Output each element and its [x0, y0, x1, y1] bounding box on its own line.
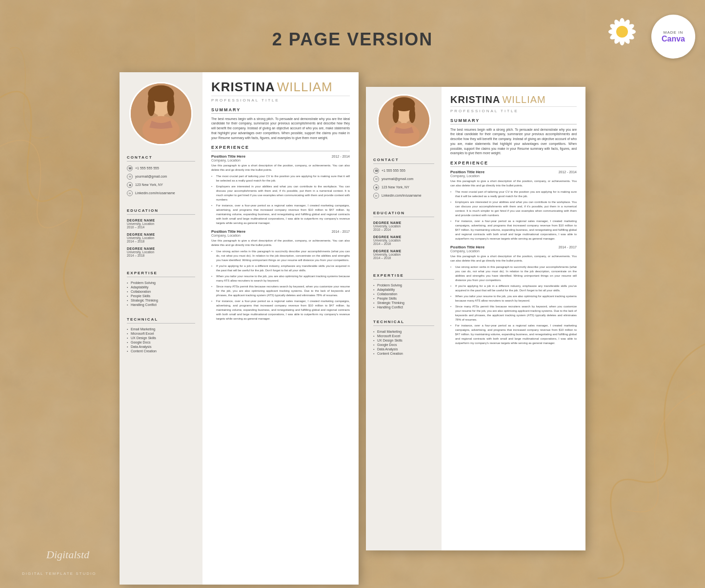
- contact-section-2: CONTACT ☎ +1 555 555 555 ✉ yourmail@gmai…: [366, 153, 442, 206]
- edu-years-2: 2014 – 2018: [127, 240, 195, 243]
- edu-item-2-3: DEGREE NAME University, Location 2014 – …: [373, 249, 434, 260]
- bullet-1-2: Employers are interested in your abiliti…: [211, 184, 350, 202]
- resume-sidebar-2: CONTACT ☎ +1 555 555 555 ✉ yourmail@gmai…: [366, 87, 442, 550]
- technical-title-2: TECHNICAL: [373, 320, 434, 326]
- edu-years-1: 2010 – 2014: [127, 225, 195, 229]
- p2-bullet-1-2: Employers are interested in your abiliti…: [450, 200, 577, 218]
- edu-degree-2-1: DEGREE NAME: [373, 221, 434, 224]
- email-icon-1: ✉: [127, 174, 133, 180]
- edu-item-3: DEGREE NAME University, Location 2014 – …: [127, 247, 195, 257]
- technical-title-1: TECHNICAL: [127, 317, 195, 324]
- p2-bullet-2-3: When you tailor your resume to the job, …: [450, 294, 577, 303]
- edu-years-2-2: 2014 – 2018: [373, 242, 434, 245]
- address-item-2: ◉ 123 New York, NY: [373, 184, 434, 190]
- edu-school-2-1: University, Location: [373, 224, 434, 228]
- edu-item-1: DEGREE NAME University, Location 2010 – …: [127, 219, 195, 229]
- job-dates-1: 2012 - 2014: [332, 155, 350, 158]
- name-header-2: KRISTINA WILLIAM PROFESSIONAL TITLE: [450, 94, 577, 113]
- edu-years-2-1: 2010 – 2014: [373, 228, 434, 231]
- svg-point-5: [167, 97, 174, 116]
- job-bullets-2: Use strong action verbs in this paragrap…: [211, 249, 350, 321]
- last-name-2: WILLIAM: [502, 94, 545, 105]
- job-company-2-1: Company, Location: [450, 174, 577, 178]
- edu-years-2-3: 2014 – 2018: [373, 256, 434, 260]
- job-title-2: Position Title Here: [211, 229, 245, 234]
- p2-bullet-1-3: For instance, over a four-year period as…: [450, 219, 577, 241]
- edu-item-2-2: DEGREE NAME University, Location 2014 – …: [373, 235, 434, 245]
- education-section-1: EDUCATION DEGREE NAME University, Locati…: [120, 203, 202, 266]
- p2-bullet-2-5: For instance, over a four-year period as…: [450, 324, 577, 345]
- job-entry-2: Position Title Here 2014 - 2017 Company,…: [211, 229, 350, 321]
- expertise-title-1: EXPERTISE: [127, 271, 195, 277]
- expertise-title-2: EXPERTISE: [373, 273, 434, 280]
- expertise-item-2: Adaptability: [127, 285, 195, 289]
- linkedin-icon-1: in: [127, 190, 133, 196]
- technical-item-6: Content Creation: [127, 349, 195, 353]
- watermark-subtitle: DIGITAL TEMPLATE STUDIO: [22, 571, 96, 576]
- expertise-section-2: EXPERTISE Problem Solving Adaptability C…: [366, 268, 442, 315]
- contact-title-1: CONTACT: [127, 155, 195, 162]
- resume-sidebar-1: CONTACT ☎ +1 555 555 555 ✉ yourmail@gmai…: [120, 72, 202, 585]
- phone-text-1: +1 555 555 555: [135, 166, 159, 170]
- linkedin-icon-2: in: [373, 193, 379, 199]
- job-company-2-2: Company, Location: [450, 249, 577, 253]
- email-text-2: yourmail@gmail.com: [382, 177, 413, 181]
- technical-item-3: UX Design Skills: [127, 336, 195, 340]
- address-text-2: 123 New York, NY: [382, 185, 409, 189]
- edu-degree-3: DEGREE NAME: [127, 247, 195, 250]
- education-title-1: EDUCATION: [127, 208, 195, 215]
- linkedin-text-1: Linkedin.com/in/usarname: [135, 191, 175, 195]
- expertise-item-2-4: People Skills: [373, 297, 434, 300]
- edu-item-2-1: DEGREE NAME University, Location 2010 – …: [373, 221, 434, 231]
- edu-degree-2-3: DEGREE NAME: [373, 249, 434, 253]
- linkedin-text-2: Linkedin.com/in/usarname: [382, 194, 422, 197]
- edu-years-3: 2014 – 2018: [127, 254, 195, 257]
- edu-school-3: University, Location: [127, 250, 195, 254]
- p2-bullet-1-1: The most crucial part of tailoring your …: [450, 190, 577, 199]
- edu-degree-2: DEGREE NAME: [127, 233, 195, 236]
- page-version-label: 2 PAGE VERSION: [272, 29, 433, 50]
- expertise-item-2-1: Problem Solving: [373, 284, 434, 287]
- expertise-item-2-3: Collaboration: [373, 292, 434, 296]
- edu-degree-2-2: DEGREE NAME: [373, 235, 434, 239]
- job-bullets-1: The most crucial part of tailoring your …: [211, 174, 350, 225]
- job-title-2-1: Position Title Here: [450, 170, 484, 174]
- expertise-item-1: Problem Solving: [127, 281, 195, 284]
- job-header-1: Position Title Here 2012 - 2014: [211, 154, 350, 159]
- summary-text-1: The best resumes begin with a strong pit…: [211, 117, 350, 141]
- resume-main-content-1: KRISTINA WILLIAM PROFESSIONAL TITLE SUMM…: [202, 72, 359, 585]
- name-header-1: KRISTINA WILLIAM PROFESSIONAL TITLE: [211, 80, 350, 102]
- bullet-2-2: If you're applying for a job in a differ…: [211, 264, 350, 273]
- experience-section-title-1: EXPERIENCE: [211, 145, 350, 151]
- job-company-1: Company, Location: [211, 159, 350, 162]
- summary-section-title-1: SUMMARY: [211, 107, 350, 114]
- edu-item-2: DEGREE NAME University, Location 2014 – …: [127, 233, 195, 243]
- edu-school-2-3: University, Location: [373, 253, 434, 256]
- edu-school-2-2: University, Location: [373, 239, 434, 242]
- resume-main-content-2: KRISTINA WILLIAM PROFESSIONAL TITLE SUMM…: [442, 87, 585, 550]
- bullet-2-3: When you tailor your resume to the job, …: [211, 274, 350, 283]
- linkedin-item-2: in Linkedin.com/in/usarname: [373, 193, 434, 199]
- first-name-1: KRISTINA: [211, 80, 275, 94]
- p2-bullet-2-4: Since many ATSs permit this because recr…: [450, 304, 577, 322]
- summary-section-title-2: SUMMARY: [450, 118, 577, 124]
- technical-item-2-3: UX Design Skills: [373, 339, 434, 342]
- technical-item-4: Google Docs: [127, 341, 195, 344]
- expertise-item-2-2: Adaptability: [373, 288, 434, 291]
- email-item-2: ✉ yourmail@gmail.com: [373, 176, 434, 182]
- bullet-1-1: The most crucial part of tailoring your …: [211, 174, 350, 183]
- canva-made-text: MADE IN: [664, 30, 683, 35]
- professional-title-2: PROFESSIONAL TITLE: [450, 106, 577, 113]
- profile-photo-2: [377, 94, 431, 148]
- technical-section-1: TECHNICAL Email Marketing Microsoft Exce…: [120, 312, 202, 359]
- edu-school-2: University, Location: [127, 236, 195, 240]
- phone-item-1: ☎ +1 555 555 555: [127, 165, 195, 171]
- expertise-item-4: People Skills: [127, 294, 195, 298]
- job-header-2: Position Title Here 2014 - 2017: [211, 229, 350, 234]
- address-item-1: ◉ 123 New York, NY: [127, 182, 195, 188]
- summary-text-2: The best resumes begin with a strong pit…: [450, 127, 577, 156]
- job-dates-2-2: 2014 - 2017: [559, 245, 577, 249]
- bullet-2-4: Since many ATSs permit this because recr…: [211, 284, 350, 298]
- expertise-item-5: Strategic Thinking: [127, 299, 195, 302]
- experience-section-title-2: EXPERIENCE: [450, 161, 577, 167]
